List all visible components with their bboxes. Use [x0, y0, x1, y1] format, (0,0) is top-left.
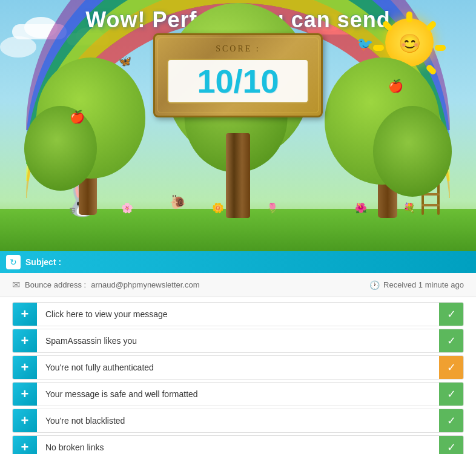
score-value: 10/10 [178, 65, 298, 97]
check-item-tick-0: ✓ [439, 302, 463, 326]
left-tree-foliage-2 [24, 106, 97, 191]
refresh-button[interactable]: ↻ [6, 255, 21, 269]
bounce-email: arnaud@phpmynewsletter.com [91, 280, 199, 289]
apple-2-icon: 🍎 [388, 79, 403, 93]
flower-1-icon: 🌸 [121, 202, 133, 214]
bounce-info: ✉ Bounce address : arnaud@phpmynewslette… [12, 279, 200, 291]
check-item-3: +Your message is safe and well formatted… [12, 382, 464, 406]
check-item-expand-4[interactable]: + [13, 409, 37, 433]
check-item-expand-5[interactable]: + [13, 435, 37, 454]
sun-face: 😊 [398, 35, 421, 53]
snail-icon: 🐌 [170, 194, 186, 210]
check-item-label-4: You're not blacklisted [37, 416, 439, 426]
flower-2-icon: 🌼 [212, 202, 224, 214]
refresh-icon: ↻ [10, 257, 17, 267]
subject-bar: ↻ Subject : [0, 251, 476, 273]
cloud-4 [0, 36, 36, 58]
check-list: +Click here to view your message✓+SpamAs… [0, 297, 476, 454]
check-item-expand-0[interactable]: + [13, 302, 37, 326]
hero-section: Score : 10/10 Wow! Perfect, you can send… [0, 0, 476, 251]
time-info: 🕐 Received 1 minute ago [369, 280, 464, 290]
check-item-label-3: Your message is safe and well formatted [37, 389, 439, 399]
check-item-tick-4: ✓ [439, 409, 463, 433]
check-item-expand-1[interactable]: + [13, 329, 37, 353]
check-item-tick-2: ✓ [439, 355, 463, 380]
flower-5-icon: 🌷 [266, 202, 279, 214]
right-tree-foliage-2 [373, 106, 452, 197]
check-item-tick-5: ✓ [439, 435, 463, 454]
butterfly-icon: 🦋 [118, 54, 131, 68]
check-item-label-5: No broken links [37, 442, 439, 452]
sign-score-box: 10/10 [167, 59, 309, 104]
check-item-tick-1: ✓ [439, 329, 463, 353]
bounce-prefix: Bounce address : [25, 280, 86, 289]
check-item-label-2: You're not fully authenticated [37, 363, 439, 372]
check-item-label-0: Click here to view your message [37, 309, 439, 319]
check-item-label-1: SpamAssassin likes you [37, 336, 439, 346]
check-item-2: +You're not fully authenticated✓ [12, 355, 464, 380]
info-bar: ✉ Bounce address : arnaud@phpmynewslette… [0, 273, 476, 297]
check-item-expand-3[interactable]: + [13, 382, 37, 406]
check-item-4: +You're not blacklisted✓ [12, 409, 464, 433]
check-item-tick-3: ✓ [439, 382, 463, 406]
apple-3-icon: 🍎 [70, 110, 85, 124]
wooden-sign: Score : 10/10 [153, 33, 323, 117]
mail-icon: ✉ [12, 279, 20, 291]
check-item-0: +Click here to view your message✓ [12, 302, 464, 326]
check-item-1: +SpamAssassin likes you✓ [12, 329, 464, 353]
bird-icon: 🐦 [357, 36, 373, 52]
check-item-expand-2[interactable]: + [13, 355, 37, 380]
clock-icon: 🕐 [369, 280, 380, 290]
center-tree-trunk [226, 133, 250, 218]
subject-label: Subject : [25, 257, 61, 267]
check-item-5: +No broken links✓ [12, 435, 464, 454]
received-label: Received 1 minute ago [383, 280, 464, 289]
sign-score-label: Score : [167, 44, 309, 54]
flower-3-icon: 🌺 [355, 202, 367, 214]
flower-4-icon: 💐 [403, 202, 415, 214]
